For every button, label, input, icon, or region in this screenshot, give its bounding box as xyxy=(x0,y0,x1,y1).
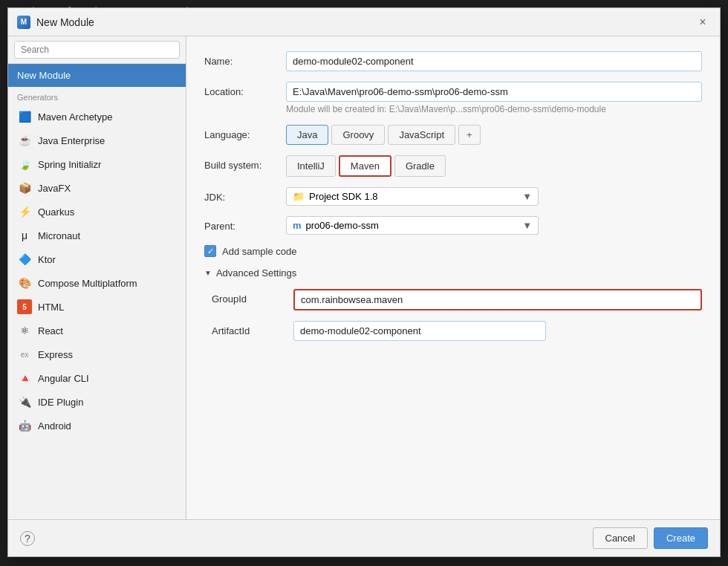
spring-initializr-icon: 🍃 xyxy=(17,157,32,172)
sidebar-item-ktor[interactable]: 🔷 Ktor xyxy=(8,247,186,271)
artifactid-content xyxy=(293,321,702,341)
sidebar-item-java-enterprise[interactable]: ☕ Java Enterprise xyxy=(8,129,186,152)
cancel-button[interactable]: Cancel xyxy=(593,527,648,549)
sidebar-item-compose-multiplatform[interactable]: 🎨 Compose Multiplatform xyxy=(8,271,186,295)
artifactid-label: ArtifactId xyxy=(212,321,293,336)
compose-multiplatform-icon: 🎨 xyxy=(17,276,32,290)
new-module-dialog: M New Module × New Module Generators 🟦 M… xyxy=(7,7,721,557)
java-enterprise-icon: ☕ xyxy=(17,133,32,148)
dialog-title: New Module xyxy=(36,16,94,28)
micronaut-icon: μ xyxy=(17,228,32,243)
parent-arrow-icon: ▼ xyxy=(522,220,532,231)
parent-maven-icon: m xyxy=(293,220,302,231)
jdk-folder-icon: 📁 xyxy=(293,191,305,202)
sidebar-item-express[interactable]: ex Express xyxy=(8,342,186,366)
sidebar-item-micronaut[interactable]: μ Micronaut xyxy=(8,224,186,247)
search-input[interactable] xyxy=(14,41,180,59)
jdk-value: Project SDK 1.8 xyxy=(309,191,378,202)
parent-dropdown[interactable]: m pro06-demo-ssm ▼ xyxy=(286,216,539,235)
parent-content: m pro06-demo-ssm ▼ xyxy=(286,216,702,235)
advanced-settings-toggle[interactable]: ▼ Advanced Settings xyxy=(204,267,702,279)
artifactid-input[interactable] xyxy=(293,321,546,341)
maven-archetype-icon: 🟦 xyxy=(17,109,32,124)
groupid-content xyxy=(293,289,702,310)
jdk-row: JDK: 📁 Project SDK 1.8 ▼ xyxy=(204,187,702,206)
artifactid-row: ArtifactId xyxy=(212,321,702,341)
parent-label: Parent: xyxy=(204,216,286,232)
dialog-wrapper: <project xmlns="http://maven.apache.org/… xyxy=(0,0,728,566)
html-icon: 5 xyxy=(17,299,32,314)
search-box xyxy=(8,36,186,64)
dialog-icon: M xyxy=(17,16,30,29)
dialog-footer: ? Cancel Create xyxy=(8,519,720,556)
location-label: Location: xyxy=(204,82,286,97)
name-content xyxy=(286,51,702,71)
name-row: Name: xyxy=(204,51,702,71)
sidebar-item-quarkus[interactable]: ⚡ Quarkus xyxy=(8,200,186,224)
parent-value: pro06-demo-ssm xyxy=(306,220,379,231)
name-input[interactable] xyxy=(286,51,702,71)
location-row: Location: Module will be created in: E:\… xyxy=(204,82,702,114)
jdk-dropdown[interactable]: 📁 Project SDK 1.8 ▼ xyxy=(286,187,539,206)
groupid-label: GroupId xyxy=(212,289,293,305)
build-system-row: Build system: IntelliJ Maven Gradle xyxy=(204,155,702,177)
sample-code-label: Add sample code xyxy=(222,246,296,257)
sidebar-item-android[interactable]: 🤖 Android xyxy=(8,414,186,437)
create-button[interactable]: Create xyxy=(654,527,708,549)
title-bar-left: M New Module xyxy=(17,16,94,29)
module-hint: Module will be created in: E:\Java\Maven… xyxy=(286,104,702,114)
title-bar: M New Module × xyxy=(8,8,720,36)
sidebar-item-maven-archetype[interactable]: 🟦 Maven Archetype xyxy=(8,105,186,129)
jdk-label: JDK: xyxy=(204,187,286,203)
advanced-toggle-icon: ▼ xyxy=(204,269,212,277)
advanced-settings-label: Advanced Settings xyxy=(216,267,296,279)
help-button[interactable]: ? xyxy=(20,531,35,546)
language-javascript-btn[interactable]: JavaScript xyxy=(388,125,455,145)
build-system-label: Build system: xyxy=(204,155,286,171)
sidebar-item-angular-cli[interactable]: 🔺 Angular CLI xyxy=(8,366,186,390)
build-btn-group: IntelliJ Maven Gradle xyxy=(286,155,702,177)
advanced-settings-section: GroupId ArtifactId xyxy=(212,289,702,341)
build-intellij-btn[interactable]: IntelliJ xyxy=(286,155,336,177)
sidebar-item-spring-initializr[interactable]: 🍃 Spring Initializr xyxy=(8,152,186,176)
generators-section-label: Generators xyxy=(8,87,186,105)
parent-row: Parent: m pro06-demo-ssm ▼ xyxy=(204,216,702,235)
android-icon: 🤖 xyxy=(17,418,32,433)
language-add-btn[interactable]: + xyxy=(458,125,481,145)
right-panel: Name: Location: Module will be created i… xyxy=(186,36,720,519)
jdk-content: 📁 Project SDK 1.8 ▼ xyxy=(286,187,702,206)
sidebar-item-javafx[interactable]: 📦 JavaFX xyxy=(8,176,186,200)
language-row: Language: Java Groovy JavaScript + xyxy=(204,125,702,145)
jdk-arrow-icon: ▼ xyxy=(522,191,532,202)
sample-code-row: ✓ Add sample code xyxy=(204,245,702,257)
ide-plugin-icon: 🔌 xyxy=(17,394,32,409)
quarkus-icon: ⚡ xyxy=(17,204,32,219)
selected-generator-item[interactable]: New Module xyxy=(8,64,186,87)
sample-code-checkbox[interactable]: ✓ xyxy=(204,245,216,257)
groupid-input[interactable] xyxy=(293,289,702,310)
language-label: Language: xyxy=(204,125,286,140)
language-content: Java Groovy JavaScript + xyxy=(286,125,702,145)
sidebar-item-html[interactable]: 5 HTML xyxy=(8,295,186,319)
name-label: Name: xyxy=(204,51,286,67)
language-btn-group: Java Groovy JavaScript + xyxy=(286,125,702,145)
express-icon: ex xyxy=(17,347,32,362)
dialog-body: New Module Generators 🟦 Maven Archetype … xyxy=(8,36,720,519)
location-input[interactable] xyxy=(286,82,702,102)
build-system-content: IntelliJ Maven Gradle xyxy=(286,155,702,177)
sidebar-item-ide-plugin[interactable]: 🔌 IDE Plugin xyxy=(8,390,186,414)
sidebar-item-react[interactable]: ⚛ React xyxy=(8,319,186,342)
close-button[interactable]: × xyxy=(695,14,711,30)
react-icon: ⚛ xyxy=(17,323,32,338)
javafx-icon: 📦 xyxy=(17,180,32,195)
location-content: Module will be created in: E:\Java\Maven… xyxy=(286,82,702,114)
language-groovy-btn[interactable]: Groovy xyxy=(331,125,385,145)
angular-cli-icon: 🔺 xyxy=(17,371,32,386)
language-java-btn[interactable]: Java xyxy=(286,125,328,145)
build-gradle-btn[interactable]: Gradle xyxy=(394,155,446,177)
build-maven-btn[interactable]: Maven xyxy=(339,155,391,177)
groupid-row: GroupId xyxy=(212,289,702,310)
left-panel: New Module Generators 🟦 Maven Archetype … xyxy=(8,36,186,519)
ktor-icon: 🔷 xyxy=(17,252,32,267)
